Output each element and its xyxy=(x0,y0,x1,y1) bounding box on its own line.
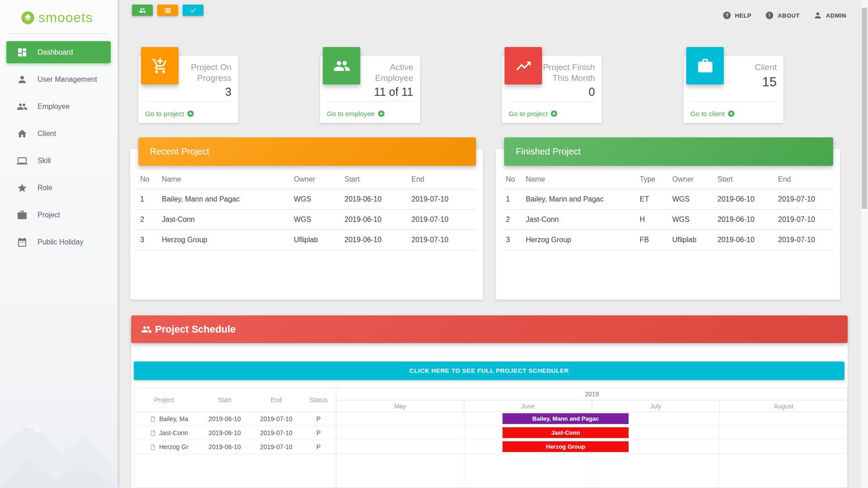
go-to-project-link[interactable]: Go to project xyxy=(145,110,194,117)
laptop-icon xyxy=(17,155,28,166)
recent-project-panel: Recent Project No Name Owner Start End 1 xyxy=(130,149,483,300)
cell-type: H xyxy=(636,210,669,230)
sidebar-item-employee[interactable]: Employee xyxy=(0,93,118,120)
stat-cards-row: Project On Progress 3 Go to project Acti… xyxy=(138,56,783,123)
gantt-timeline: 2019 May June July August Bailey, Mann a… xyxy=(336,388,848,488)
project-schedule-banner: Project Schedule xyxy=(131,315,848,343)
column-header: Start xyxy=(714,171,774,189)
cell-start: 2019-06-10 xyxy=(714,230,774,250)
gantt-table-row: Jast-Conn 2019-06-10 2019-07-10 P xyxy=(134,426,336,440)
go-to-client-link[interactable]: Go to client xyxy=(690,110,735,117)
gantt-project-table: Project Start End Status Bailey, Ma 2019… xyxy=(134,388,336,488)
vertical-scrollbar[interactable] xyxy=(860,0,868,488)
go-to-employee-link[interactable]: Go to employee xyxy=(327,110,385,117)
cell-start: 2019-06-10 xyxy=(198,443,251,450)
check-icon xyxy=(189,7,197,14)
stat-card-project-finish: Project Finish This Month 0 Go to projec… xyxy=(502,56,602,123)
card-divider xyxy=(145,101,232,102)
about-icon: ! xyxy=(765,11,774,20)
admin-icon xyxy=(813,11,822,20)
trending-up-icon xyxy=(505,47,542,84)
cell-owner: Ufliplab xyxy=(669,230,714,250)
quick-storage-button[interactable] xyxy=(157,5,178,16)
cell-name: Jast-Conn xyxy=(158,210,290,230)
month-label: July xyxy=(592,400,720,412)
group-icon xyxy=(139,7,146,14)
calendar-icon xyxy=(17,237,28,248)
sidebar-item-label: Client xyxy=(38,130,56,138)
sidebar-item-skill[interactable]: Skill xyxy=(0,147,118,174)
column-header: No xyxy=(137,171,158,189)
stat-value: 15 xyxy=(723,75,777,89)
sidebar-item-dashboard[interactable]: Dashboard xyxy=(6,41,111,63)
cell-end: 2019-07-10 xyxy=(774,189,834,210)
stat-value: 0 xyxy=(542,85,595,99)
cell-end: 2019-07-10 xyxy=(408,210,476,230)
cell-end: 2019-07-10 xyxy=(251,415,302,422)
sidebar-item-public-holiday[interactable]: Public Holiday xyxy=(0,229,118,256)
quick-check-button[interactable] xyxy=(183,5,203,16)
sidebar-item-label: Dashboard xyxy=(38,48,73,56)
sidebar-item-project[interactable]: Project xyxy=(0,202,118,229)
stat-label: Project On Progress xyxy=(178,62,231,84)
cell-owner: WGS xyxy=(290,210,341,230)
help-label: HELP xyxy=(735,12,752,19)
cell-status: P xyxy=(302,415,335,422)
arrow-circle-icon xyxy=(727,110,735,117)
svg-text:?: ? xyxy=(725,13,728,18)
link-label: Go to project xyxy=(509,110,547,117)
quick-group-button[interactable] xyxy=(132,5,153,16)
sidebar-item-user-management[interactable]: User Management xyxy=(0,66,118,93)
gantt-bar-jast-conn[interactable]: Jast-Conn xyxy=(502,427,629,438)
timeline-row: Bailey, Mann and Pagac xyxy=(336,412,847,426)
cell-no: 2 xyxy=(137,210,158,230)
cell-no: 2 xyxy=(502,210,522,230)
month-label: June xyxy=(464,400,592,412)
cell-owner: WGS xyxy=(290,189,341,210)
link-label: Go to employee xyxy=(327,110,375,117)
sidebar-item-role[interactable]: Role xyxy=(0,174,118,202)
admin-menu-item[interactable]: ADMIN xyxy=(813,11,846,20)
gantt-bar-herzog-group[interactable]: Herzog Group xyxy=(502,441,629,452)
stat-label: Project Finish This Month xyxy=(542,62,595,84)
table-row: 3 Herzog Group FB Ufliplab 2019-06-10 20… xyxy=(502,230,834,250)
panel-title: Recent Project xyxy=(150,146,209,157)
cell-start: 2019-06-10 xyxy=(341,210,408,230)
cell-project: Bailey, Ma xyxy=(159,415,188,422)
go-to-project-link[interactable]: Go to project xyxy=(509,110,558,117)
scrollbar-thumb[interactable] xyxy=(862,8,867,209)
section-title: Project Schedule xyxy=(155,324,236,335)
table-header-row: No Name Type Owner Start End xyxy=(502,171,834,189)
sidebar-mountain-art xyxy=(0,384,118,488)
smooets-logo-icon xyxy=(21,11,35,25)
cell-owner: Ufliplab xyxy=(290,230,341,250)
sidebar-item-label: Project xyxy=(38,211,60,219)
home-icon xyxy=(17,128,28,139)
sidebar-divider xyxy=(9,33,108,34)
about-menu-item[interactable]: ! ABOUT xyxy=(765,11,800,20)
file-icon xyxy=(150,443,156,451)
arrow-circle-icon xyxy=(550,110,558,117)
cell-end: 2019-07-10 xyxy=(774,230,834,250)
people-icon xyxy=(17,101,28,112)
column-header: Name xyxy=(522,171,636,189)
project-schedule-gantt: Project Start End Status Bailey, Ma 2019… xyxy=(134,388,848,488)
person-icon xyxy=(17,74,28,85)
full-project-scheduler-button[interactable]: CLICK HERE TO SEE FULL PROJECT SCHEDULER xyxy=(134,361,844,380)
sidebar-item-label: Skill xyxy=(38,157,51,165)
table-row: 2 Jast-Conn WGS 2019-06-10 2019-07-10 xyxy=(137,210,476,230)
cell-end: 2019-07-10 xyxy=(408,230,476,250)
gantt-bar-bailey-mann-and-pagac[interactable]: Bailey, Mann and Pagac xyxy=(502,413,629,424)
finished-project-panel: Finished Project No Name Type Owner Star… xyxy=(496,149,840,300)
month-label: August xyxy=(720,400,847,412)
cell-start: 2019-06-10 xyxy=(198,415,251,422)
column-header: End xyxy=(251,396,302,404)
table-row: 2 Jast-Conn H WGS 2019-06-10 2019-07-10 xyxy=(502,210,834,230)
topbar-quick-buttons xyxy=(132,5,203,16)
sidebar-item-label: Employee xyxy=(38,103,70,111)
sidebar-item-client[interactable]: Client xyxy=(0,120,118,147)
column-header: Project xyxy=(134,396,198,404)
timeline-year-header: 2019 xyxy=(336,388,847,400)
timeline-filler xyxy=(336,454,847,488)
help-menu-item[interactable]: ? HELP xyxy=(722,11,752,20)
